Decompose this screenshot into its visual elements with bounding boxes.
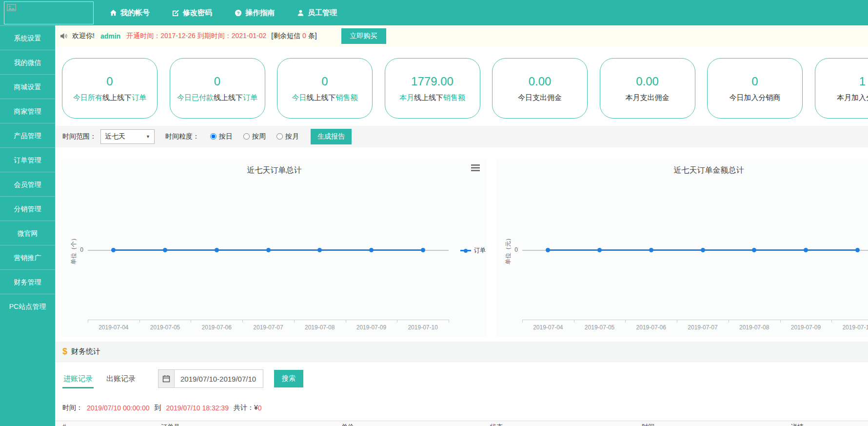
stat-label-part: 今日加入分销商 [730,93,781,101]
stat-label-part: 销售额 [443,93,465,101]
data-point[interactable] [266,248,271,252]
x-axis-date-label: 2019-07-10 [833,324,868,331]
data-point[interactable] [369,248,374,252]
stat-value: 0 [321,75,328,88]
x-axis-date-label: 2019-07-10 [398,324,447,331]
topnav-item-change-password[interactable]: 修改密码 [172,8,212,18]
tab-出账记录[interactable]: 出账记录 [105,370,137,388]
dollar-icon: $ [62,346,67,357]
data-point[interactable] [546,248,550,252]
data-point[interactable] [317,248,322,252]
radio-按日[interactable] [210,133,217,140]
sidebar-item-系统设置[interactable]: 系统设置 [0,25,55,50]
x-axis-tick [677,320,677,323]
finance-section-header: $ 财务统计 [55,342,868,362]
data-point[interactable] [855,248,860,252]
date-range-picker [158,369,263,388]
chart-menu-icon[interactable] [471,164,480,173]
stat-value: 0 [751,75,758,88]
data-point[interactable] [163,248,167,252]
x-axis-tick [729,320,729,323]
tab-进账记录[interactable]: 进账记录 [62,370,94,388]
data-point[interactable] [597,248,602,252]
granularity-option-按月[interactable]: 按月 [276,132,299,141]
data-point[interactable] [215,248,219,252]
buy-now-button[interactable]: 立即购买 [341,28,386,44]
data-point[interactable] [111,248,116,252]
sidebar-item-微官网[interactable]: 微官网 [0,221,55,245]
stat-label-part: 线上线下 [307,93,336,101]
sidebar-item-会员管理[interactable]: 会员管理 [0,172,55,196]
x-axis-tick [831,320,832,323]
x-axis-date-label: 2019-07-08 [296,324,344,331]
x-axis-date-label: 2019-07-04 [524,324,572,331]
topnav-item-guide[interactable]: ?操作指南 [235,8,275,18]
account-period: 开通时间：2017-12-26 到期时间：2021-01-02 [126,32,266,41]
topnav-label: 修改密码 [183,8,212,18]
legend-line-marker [460,250,471,251]
data-point[interactable] [804,248,808,252]
time-label: 时间： [62,404,83,412]
stat-label-part: 本月支出佣金 [626,93,670,101]
stat-value: 0 [106,75,113,88]
x-axis-date-label: 2019-07-06 [627,324,675,331]
data-point[interactable] [701,248,705,252]
stat-label: 本月加入分销商 [837,93,868,102]
topnav: 我的帐号修改密码?操作指南员工管理 [110,0,359,25]
sidebar-item-营销推广[interactable]: 营销推广 [0,245,55,269]
stat-value: 1779.00 [411,75,454,88]
data-point[interactable] [752,248,756,252]
chart-title: 近七天订单金额总计 [496,165,868,176]
radio-按月[interactable] [276,133,283,140]
stat-value: 1 [859,75,866,88]
stat-label: 今日所有线上线下订单 [73,93,146,102]
finance-toolbar: 进账记录出账记录 搜索 [55,362,868,395]
stat-label: 本月线上线下销售额 [399,93,465,102]
granularity-option-按日[interactable]: 按日 [210,132,233,141]
sidebar-item-订单管理[interactable]: 订单管理 [0,147,55,172]
x-axis-tick [346,320,346,323]
data-point[interactable] [649,248,653,252]
x-axis-tick [574,320,574,323]
sidebar-item-分销管理[interactable]: 分销管理 [0,196,55,221]
date-range-input[interactable] [175,369,263,388]
stat-label-part: 本月加入分销商 [837,93,868,101]
x-axis-date-label: 2019-07-05 [141,324,190,331]
orders-chart-panel: 近七天订单总计单位（个）02019-07-042019-07-052019-07… [62,159,487,337]
sidebar-item-产品管理[interactable]: 产品管理 [0,123,55,147]
x-axis-date-label: 2019-07-04 [89,324,138,331]
stat-label-part: 今日 [292,93,307,101]
topnav-item-staff[interactable]: 员工管理 [297,8,337,18]
stat-label-part: 线上线下 [414,93,443,101]
data-point[interactable] [421,248,425,252]
stat-label-part: 本月 [399,93,414,101]
chart-legend[interactable]: 订单 [460,246,486,255]
welcome-bar: 欢迎你! admin 开通时间：2017-12-26 到期时间：2021-01-… [55,25,868,47]
x-axis-date-label: 2019-07-06 [192,324,241,331]
sidebar-item-财务管理[interactable]: 财务管理 [0,269,55,294]
time-range-select[interactable]: 近七天 ▼ [100,129,155,144]
time-range-label: 时间范围： [62,132,97,141]
granularity-option-按周[interactable]: 按周 [243,132,266,141]
topnav-item-my-account[interactable]: 我的帐号 [110,8,150,18]
stats-row: 0今日所有线上线下订单0今日已付款线上线下订单0今日线上线下销售额1779.00… [55,58,868,119]
radio-按周[interactable] [243,133,250,140]
sms-remaining: [剩余短信 0 条] [271,32,316,41]
sms-count: 0 [302,32,306,40]
calendar-icon[interactable] [158,369,175,388]
welcome-username: admin [100,32,120,40]
to-label: 到 [154,404,161,412]
stat-label: 今日线上线下销售额 [292,93,358,102]
stat-card-6: 0今日加入分销商 [707,58,803,119]
sidebar-item-我的微信[interactable]: 我的微信 [0,50,55,74]
search-button[interactable]: 搜索 [274,370,303,387]
generate-report-button[interactable]: 生成报告 [311,129,352,144]
finance-tabs: 进账记录出账记录 [62,374,148,384]
speaker-icon [60,32,68,40]
sidebar-item-商城设置[interactable]: 商城设置 [0,74,55,99]
sidebar-item-PC站点管理[interactable]: PC站点管理 [0,294,55,318]
sidebar-item-商家管理[interactable]: 商家管理 [0,99,55,123]
order-amount-chart-panel: 近七天订单金额总计单位（元）02019-07-042019-07-052019-… [496,159,868,337]
stat-label-part: 销售额 [336,93,358,101]
stat-card-2: 0今日线上线下销售额 [277,58,373,119]
